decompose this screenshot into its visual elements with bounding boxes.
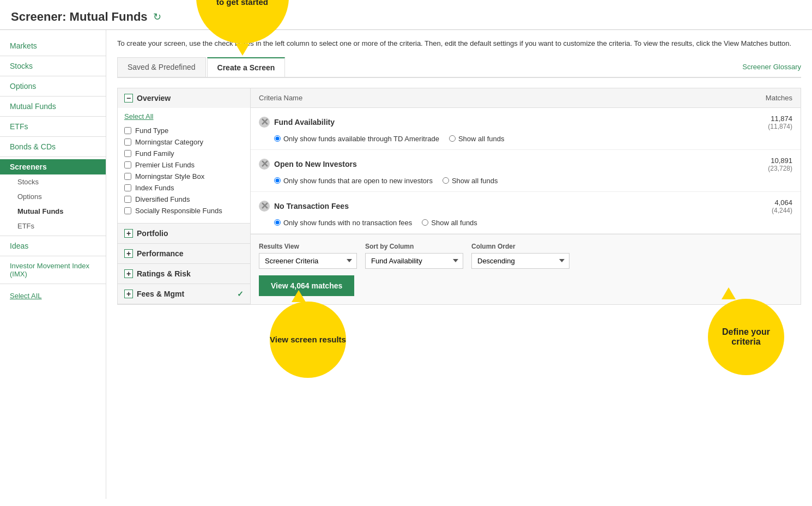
sidebar-item-ideas[interactable]: Ideas [0, 238, 106, 254]
no-transaction-radio2[interactable] [422, 219, 428, 226]
sort-by-select[interactable]: Fund Availability Open to New Investors … [365, 253, 463, 269]
list-item: Fund Type [124, 125, 244, 136]
sidebar-item-options-top[interactable]: Options [0, 79, 106, 94]
index-funds-checkbox[interactable] [124, 184, 131, 191]
sort-by-group: Sort by Column Fund Availability Open to… [365, 243, 463, 269]
sidebar-item-stocks-top[interactable]: Stocks [0, 58, 106, 74]
sidebar-item-etfs[interactable]: ETFs [0, 219, 106, 233]
fund-availability-radio2[interactable] [449, 135, 456, 142]
bottom-controls: Results View Screener Criteria Overview … [251, 234, 801, 304]
criteria-matches-col: Matches [766, 94, 792, 102]
portfolio-expand-icon[interactable]: + [124, 229, 133, 238]
main-content: To create your screen, use the check box… [106, 30, 812, 499]
no-transaction-radio1[interactable] [274, 219, 281, 226]
tabs-container: Saved & Predefined Create a Screen Selec… [117, 57, 286, 77]
fees-mgmt-section-header[interactable]: + Fees & Mgmt ✓ [118, 284, 250, 304]
tooltip-define-relative: Define your criteria [708, 287, 784, 375]
fees-mgmt-label: Fees & Mgmt [137, 290, 184, 298]
criteria-options-open-investors: Only show funds that are open to new inv… [259, 172, 792, 185]
criteria-item-top: ✕ Fund Availability 11,874 (11,874) [259, 115, 792, 130]
open-investors-option1[interactable]: Only show funds that are open to new inv… [274, 177, 433, 185]
premier-list-funds-checkbox[interactable] [124, 161, 131, 168]
overview-section-content: Select All Fund Type Morningstar Categor… [118, 108, 250, 223]
page-header: Screener: Mutual Funds ↻ [0, 0, 812, 30]
fund-availability-radio1[interactable] [274, 135, 281, 142]
tab-create-screen[interactable]: Create a Screen [207, 57, 286, 77]
sidebar-item-bonds-cds[interactable]: Bonds & CDs [0, 139, 106, 154]
sidebar-item-markets[interactable]: Markets [0, 38, 106, 53]
column-order-group: Column Order Descending Ascending [471, 243, 569, 269]
list-item: Premier List Funds [124, 159, 244, 171]
select-all-link[interactable]: Select All [124, 112, 244, 121]
criteria-options-fund-availability: Only show funds available through TD Ame… [259, 130, 792, 143]
controls-row: Results View Screener Criteria Overview … [259, 243, 792, 269]
open-investors-radio1[interactable] [274, 177, 281, 184]
overview-label: Overview [137, 94, 171, 103]
sidebar-item-options[interactable]: Options [0, 189, 106, 204]
fund-availability-option1[interactable]: Only show funds available through TD Ame… [274, 135, 439, 143]
fees-mgmt-expand-icon[interactable]: + [124, 290, 133, 298]
ratings-risk-section-header[interactable]: + Ratings & Risk [118, 264, 250, 284]
morningstar-category-checkbox[interactable] [124, 138, 131, 146]
fund-family-checkbox[interactable] [124, 150, 131, 157]
overview-collapse-icon[interactable]: − [124, 94, 133, 103]
select-ail-link[interactable]: Select AIL [10, 292, 96, 300]
page-title: Screener: Mutual Funds [11, 10, 148, 24]
fund-availability-option2[interactable]: Show all funds [449, 135, 505, 143]
sidebar-item-stocks[interactable]: Stocks [0, 174, 106, 189]
no-transaction-option2[interactable]: Show all funds [422, 219, 477, 227]
criteria-remove-open-investors[interactable]: ✕ [259, 159, 270, 170]
results-view-group: Results View Screener Criteria Overview … [259, 243, 357, 269]
fund-type-checkbox[interactable] [124, 127, 131, 134]
results-view-select[interactable]: Screener Criteria Overview Performance [259, 253, 357, 269]
performance-expand-icon[interactable]: + [124, 249, 133, 258]
open-investors-radio2[interactable] [443, 177, 449, 184]
sidebar-item-mutual-funds-top[interactable]: Mutual Funds [0, 99, 106, 114]
portfolio-section-header[interactable]: + Portfolio [118, 224, 250, 243]
criteria-item-no-transaction-fees: ✕ No Transaction Fees 4,064 (4,244) Only… [251, 192, 801, 234]
overview-section-header[interactable]: − Overview [118, 88, 250, 108]
sidebar-item-etfs-top[interactable]: ETFs [0, 119, 106, 134]
right-panel: Criteria Name Matches ✕ Fund Availabilit… [251, 88, 801, 305]
refresh-icon[interactable]: ↻ [153, 11, 161, 23]
ratings-risk-section: + Ratings & Risk [118, 264, 250, 284]
list-item: Fund Family [124, 148, 244, 159]
sidebar: Markets Stocks Options Mutual Funds ETFs… [0, 30, 106, 499]
ratings-risk-expand-icon[interactable]: + [124, 269, 133, 278]
criteria-name-open-investors: Open to New Investors [274, 160, 763, 168]
criteria-item-top: ✕ Open to New Investors 10,891 (23,728) [259, 156, 792, 172]
intro-text: To create your screen, use the check box… [117, 38, 801, 49]
criteria-remove-no-transaction-fees[interactable]: ✕ [259, 201, 270, 212]
fund-family-label: Fund Family [135, 149, 174, 158]
open-investors-option2[interactable]: Show all funds [443, 177, 498, 185]
tooltip-view-relative: View screen results [270, 290, 346, 378]
socially-responsible-funds-label: Socially Responsible Funds [135, 207, 222, 215]
tab-saved-predefined[interactable]: Saved & Predefined [117, 57, 206, 77]
list-item: Diversified Funds [124, 194, 244, 205]
tabs-row: Saved & Predefined Create a Screen Selec… [117, 57, 801, 78]
sidebar-item-mutual-funds[interactable]: Mutual Funds [0, 204, 106, 219]
criteria-matches-fund-availability: 11,874 (11,874) [768, 115, 792, 130]
portfolio-section: + Portfolio [118, 224, 250, 244]
socially-responsible-funds-checkbox[interactable] [124, 207, 131, 214]
view-matches-button[interactable]: View 4,064 matches [259, 275, 354, 296]
criteria-options-no-transaction-fees: Only show funds with no transaction fees… [259, 214, 792, 227]
no-transaction-option1[interactable]: Only show funds with no transaction fees [274, 219, 412, 227]
diversified-funds-checkbox[interactable] [124, 196, 131, 203]
screener-glossary-link[interactable]: Screener Glossary [742, 63, 801, 71]
criteria-item-fund-availability: ✕ Fund Availability 11,874 (11,874) Only… [251, 108, 801, 150]
column-order-label: Column Order [471, 243, 569, 250]
performance-section: + Performance [118, 244, 250, 264]
sidebar-item-screeners[interactable]: Screeners [0, 159, 106, 174]
tooltip-define-text: Define your criteria [708, 327, 784, 347]
fees-mgmt-checkmark: ✓ [237, 290, 244, 298]
sort-by-label: Sort by Column [365, 243, 463, 250]
performance-section-header[interactable]: + Performance [118, 244, 250, 263]
performance-label: Performance [137, 249, 184, 258]
criteria-remove-fund-availability[interactable]: ✕ [259, 117, 270, 128]
ratings-risk-label: Ratings & Risk [137, 269, 191, 278]
criteria-matches-no-transaction-fees: 4,064 (4,244) [772, 198, 792, 214]
sidebar-item-imx[interactable]: Investor Movement Index (IMX) [0, 258, 106, 281]
column-order-select[interactable]: Descending Ascending [471, 253, 569, 269]
morningstar-style-box-checkbox[interactable] [124, 173, 131, 180]
